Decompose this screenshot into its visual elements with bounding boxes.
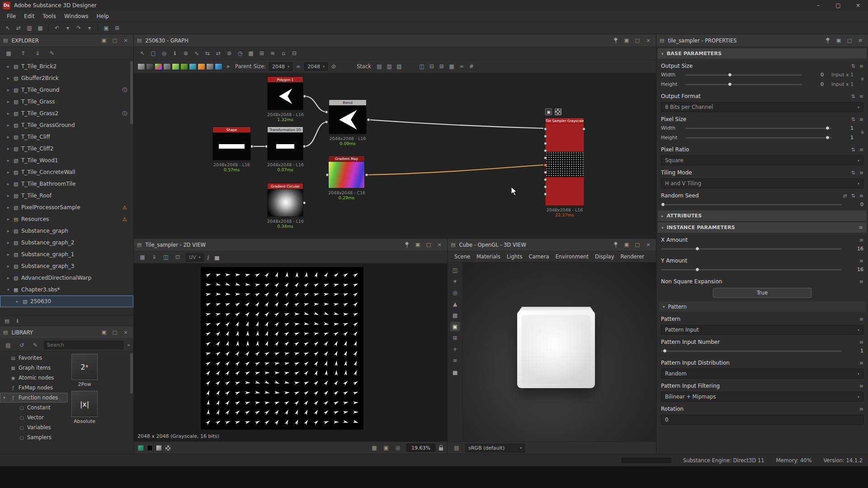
redo-icon[interactable]: ↷: [74, 23, 84, 33]
layers-icon[interactable]: ▤: [452, 443, 462, 453]
tiling-grid-icon[interactable]: ▦: [369, 443, 379, 453]
graph-node-transformation-2d[interactable]: Transformation 2D 2048x2048 - L16 0.07ms: [267, 127, 303, 172]
close-icon[interactable]: ×: [121, 328, 130, 337]
list-view-icon[interactable]: ▤: [5, 318, 9, 324]
chevron-icon[interactable]: [16, 299, 23, 304]
checker-swatch[interactable]: [165, 445, 171, 451]
stack-dock-icon[interactable]: ▥: [384, 62, 394, 71]
library-category[interactable]: ▾ ▦ Graph items: [0, 363, 68, 373]
library-category[interactable]: ▾ ▢ Samplers: [0, 432, 68, 442]
chevron-icon[interactable]: [7, 287, 14, 292]
gradient-chip[interactable]: [172, 63, 179, 70]
stack-float-icon[interactable]: ▧: [394, 62, 404, 71]
chevron-icon[interactable]: [7, 88, 14, 92]
pattern-input-filtering-dropdown[interactable]: Bilinear + Mipmaps▾: [661, 392, 863, 402]
pixel-ratio-dropdown[interactable]: Square▾: [661, 155, 863, 165]
frame-icon[interactable]: ▢: [148, 49, 158, 58]
snap-grid-icon[interactable]: ▦: [447, 62, 457, 71]
view-3d-menu-item[interactable]: Lights: [504, 253, 526, 260]
tree-item[interactable]: T_Tile_Roof: [0, 190, 133, 202]
axes-icon[interactable]: +: [450, 344, 460, 354]
menu-item[interactable]: File: [3, 13, 20, 19]
inherit-size-icon[interactable]: ⇅: [851, 63, 855, 69]
graph-node-polygon[interactable]: Polygon 1 2048x2048 - L16 1.32ms: [267, 76, 303, 122]
float-icon[interactable]: ▣: [99, 36, 108, 45]
info-icon[interactable]: ℹ: [16, 318, 18, 324]
tree-item[interactable]: AdvancedDirectionalWarp: [0, 272, 133, 284]
minimize-button[interactable]: –: [808, 0, 828, 11]
param-menu-icon[interactable]: ≡: [859, 94, 863, 99]
align-vertical-icon[interactable]: ⊟: [427, 62, 437, 71]
chevron-icon[interactable]: [7, 229, 14, 233]
menu-item[interactable]: Tools: [38, 13, 60, 19]
node-info-icon[interactable]: ℹ: [170, 49, 180, 58]
input-connector[interactable]: [544, 142, 547, 145]
inherit-tiling-icon[interactable]: ⇅: [851, 170, 855, 176]
undo-menu-icon[interactable]: ▾: [63, 23, 73, 33]
input-connector[interactable]: [544, 178, 547, 181]
graph-node-shape[interactable]: Shape 2048x2048 - L16 0.57ms: [212, 127, 251, 172]
maximize-icon[interactable]: □: [633, 36, 642, 45]
inherit-seed-icon[interactable]: ⇅: [851, 193, 855, 199]
chevron-icon[interactable]: [7, 217, 14, 221]
param-menu-icon[interactable]: ≡: [859, 147, 863, 153]
menu-item[interactable]: Help: [92, 13, 113, 19]
view-3d-menu-item[interactable]: Camera: [525, 253, 552, 260]
transform-gizmo-icon[interactable]: ⊡: [173, 253, 183, 262]
close-button[interactable]: ×: [848, 0, 868, 11]
chevron-icon[interactable]: [7, 252, 14, 257]
view-3d-canvas[interactable]: [463, 263, 656, 441]
maximize-icon[interactable]: □: [110, 328, 119, 337]
non-square-expansion-toggle[interactable]: True: [713, 288, 811, 298]
graph-node-tile-sampler[interactable]: ▣ Tile Sampler Grayscale: [545, 117, 584, 217]
view-3d-menu-item[interactable]: Scene: [451, 253, 473, 260]
chevron-icon[interactable]: [7, 205, 14, 210]
tree-item[interactable]: PixelProcessorSample: [0, 202, 133, 213]
library-category[interactable]: ▾ ▢ Variables: [0, 422, 68, 432]
output-height-slider[interactable]: [685, 84, 802, 85]
snap-icon[interactable]: ⊞: [257, 49, 267, 58]
output-format-dropdown[interactable]: 8 Bits per Channel▾: [661, 102, 863, 112]
colorspace-dropdown[interactable]: sRGB (default)▾: [465, 444, 525, 452]
random-seed-slider[interactable]: [661, 204, 842, 205]
panel-menu-icon[interactable]: ≡: [856, 36, 865, 45]
pin-icon[interactable]: [402, 240, 411, 249]
material-swatch[interactable]: [138, 445, 144, 451]
tree-item[interactable]: Chapter3.sbs*: [0, 284, 133, 296]
chevron-icon[interactable]: [7, 264, 14, 268]
edit-filter-icon[interactable]: ✎: [30, 340, 40, 350]
scene-grid-icon[interactable]: ▦: [450, 310, 460, 320]
pixel-width-slider[interactable]: [685, 128, 832, 129]
input-connector[interactable]: [544, 156, 547, 160]
collapse-icon[interactable]: ⊟: [289, 49, 299, 58]
tree-item[interactable]: Substance_graph_3: [0, 260, 133, 272]
input-connector[interactable]: [544, 135, 547, 138]
input-connector[interactable]: [544, 192, 547, 196]
tree-item[interactable]: T_Tile_Wood1: [0, 155, 133, 166]
pattern-input-connector[interactable]: [544, 164, 547, 167]
maximize-icon[interactable]: □: [424, 240, 433, 249]
home-view-icon[interactable]: ⌂: [278, 49, 288, 58]
link-tool-icon[interactable]: ⇄: [14, 23, 24, 33]
float-icon[interactable]: ▣: [413, 240, 422, 249]
new-library-icon[interactable]: ▤: [3, 340, 13, 350]
tree-item[interactable]: T_Tile_Grass2: [0, 108, 133, 119]
redo-menu-icon[interactable]: ▾: [85, 23, 94, 33]
graph-node-blend[interactable]: Blend 2048x2048 - L16 0.09ms: [329, 99, 367, 146]
cube-chip[interactable]: [189, 63, 197, 70]
tree-item[interactable]: Gbuffer2Brick: [0, 72, 133, 84]
curved-link-icon[interactable]: ⇄: [213, 49, 223, 58]
material-link-icon[interactable]: ⊛: [224, 49, 234, 58]
wireframe-icon[interactable]: ≋: [450, 356, 460, 365]
flow-icon[interactable]: ≋: [268, 49, 278, 58]
menu-item[interactable]: Edit: [20, 13, 38, 19]
chevron-icon[interactable]: [7, 193, 14, 198]
param-menu-icon[interactable]: ≡: [859, 360, 863, 366]
chevron-icon[interactable]: [7, 111, 14, 116]
chevron-icon[interactable]: [7, 146, 14, 151]
chevron-icon[interactable]: [7, 240, 14, 245]
inherit-format-icon[interactable]: ⇅: [851, 94, 855, 99]
output-width-slider[interactable]: [685, 75, 802, 75]
pixel-height-slider[interactable]: [685, 137, 832, 138]
param-menu-icon[interactable]: ≡: [859, 279, 863, 285]
